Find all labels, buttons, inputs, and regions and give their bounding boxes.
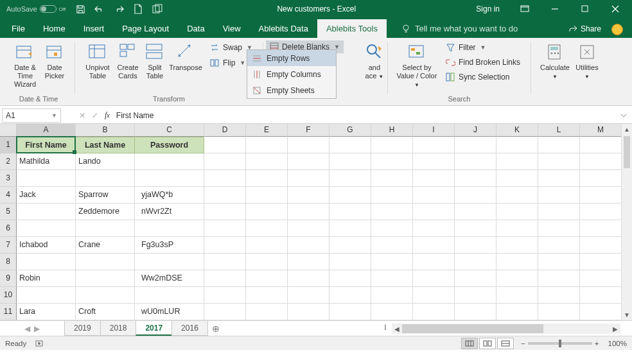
select-by-value-button[interactable]: Select byValue / Color ▼ <box>394 40 439 91</box>
cell[interactable] <box>413 270 455 287</box>
cell[interactable] <box>135 170 204 187</box>
cell[interactable] <box>246 287 288 304</box>
cell[interactable] <box>455 170 496 187</box>
select-all-corner[interactable] <box>0 124 17 137</box>
date-time-wizard-button[interactable]: Date &Time Wizard <box>9 40 41 90</box>
zoom-in-icon[interactable]: + <box>595 340 599 347</box>
cell[interactable] <box>329 204 371 220</box>
column-header[interactable]: C <box>135 124 204 137</box>
undo-icon[interactable] <box>91 0 108 18</box>
cell[interactable] <box>371 287 413 304</box>
cell[interactable] <box>17 287 76 304</box>
column-header[interactable]: A <box>17 124 76 137</box>
cell[interactable]: wU0mLUR <box>135 304 204 320</box>
row-header[interactable]: 3 <box>0 170 17 187</box>
maximize-icon[interactable] <box>570 0 599 18</box>
cell[interactable]: Ww2mDSE <box>135 270 204 287</box>
cell[interactable]: Zeddemore <box>76 204 135 220</box>
cell[interactable] <box>329 153 371 170</box>
cell[interactable] <box>371 237 413 254</box>
zoom-slider[interactable] <box>528 342 592 345</box>
cell[interactable] <box>204 153 246 170</box>
cell[interactable] <box>455 287 496 304</box>
menu-tab-home[interactable]: Home <box>34 19 75 38</box>
scroll-thumb[interactable] <box>624 136 630 168</box>
cell[interactable] <box>580 170 622 187</box>
redo-icon[interactable] <box>110 0 127 18</box>
row-header[interactable]: 7 <box>0 237 17 254</box>
cell[interactable]: Lara <box>17 304 76 320</box>
cell[interactable] <box>204 137 246 153</box>
cell[interactable] <box>413 137 455 153</box>
formula-input[interactable]: First Name <box>110 108 620 123</box>
cell[interactable] <box>455 304 496 320</box>
cell[interactable] <box>246 153 288 170</box>
cell[interactable] <box>76 170 135 187</box>
row-header[interactable]: 4 <box>0 187 17 204</box>
cell[interactable] <box>538 204 580 220</box>
column-header[interactable]: B <box>76 124 135 137</box>
share-button[interactable]: Share <box>562 20 608 38</box>
menu-tab-ablebits-tools[interactable]: Ablebits Tools <box>317 19 387 38</box>
cell[interactable] <box>538 270 580 287</box>
column-header[interactable]: F <box>288 124 329 137</box>
menu-empty-columns[interactable]: Empty Columns <box>247 66 336 82</box>
cell[interactable] <box>288 254 329 270</box>
enter-formula-icon[interactable]: ✓ <box>92 111 98 120</box>
view-page-layout-icon[interactable] <box>479 338 496 349</box>
zoom-control[interactable]: − + 100% <box>521 340 627 347</box>
cell[interactable] <box>246 170 288 187</box>
cell[interactable] <box>580 153 622 170</box>
menu-tab-view[interactable]: View <box>214 19 250 38</box>
cell[interactable] <box>288 237 329 254</box>
cell[interactable]: First Name <box>17 137 76 153</box>
cell[interactable] <box>17 170 76 187</box>
cell[interactable] <box>288 304 329 320</box>
cell[interactable] <box>538 170 580 187</box>
cell[interactable]: Croft <box>76 304 135 320</box>
view-page-break-icon[interactable] <box>497 338 514 349</box>
column-header[interactable]: K <box>496 124 538 137</box>
close-icon[interactable] <box>601 0 629 18</box>
cell[interactable] <box>455 204 496 220</box>
cell[interactable] <box>413 204 455 220</box>
cell[interactable] <box>580 287 622 304</box>
cell[interactable] <box>371 254 413 270</box>
cell[interactable] <box>496 204 538 220</box>
cell[interactable] <box>538 254 580 270</box>
cell[interactable] <box>17 220 76 237</box>
cell[interactable] <box>455 220 496 237</box>
column-header[interactable]: H <box>371 124 413 137</box>
row-header[interactable]: 11 <box>0 304 17 320</box>
cell[interactable] <box>204 170 246 187</box>
calculate-button[interactable]: Calculate▼ <box>538 40 572 82</box>
cell[interactable] <box>329 304 371 320</box>
cell[interactable] <box>246 187 288 204</box>
tell-me-search[interactable]: Tell me what you want to do <box>396 19 524 38</box>
cell[interactable] <box>288 170 329 187</box>
cell[interactable] <box>371 170 413 187</box>
cell[interactable] <box>246 270 288 287</box>
cell[interactable] <box>580 204 622 220</box>
cell[interactable] <box>288 220 329 237</box>
sync-selection-button[interactable]: Sync Selection <box>442 70 524 84</box>
cell[interactable] <box>413 220 455 237</box>
scroll-up-icon[interactable]: ▲ <box>622 124 632 135</box>
cell[interactable]: Sparrow <box>76 187 135 204</box>
cell[interactable] <box>135 287 204 304</box>
cell[interactable] <box>538 304 580 320</box>
transpose-button[interactable]: Transpose <box>168 40 204 82</box>
cell[interactable]: Jack <box>17 187 76 204</box>
column-header[interactable]: J <box>455 124 496 137</box>
cell[interactable] <box>496 287 538 304</box>
cell[interactable] <box>413 153 455 170</box>
quick-action-icon[interactable] <box>149 0 166 18</box>
row-header[interactable]: 5 <box>0 204 17 220</box>
sheet-tab[interactable]: 2019 <box>64 321 101 336</box>
cell[interactable] <box>413 170 455 187</box>
cell[interactable] <box>538 237 580 254</box>
cell[interactable] <box>496 237 538 254</box>
cell[interactable] <box>135 153 204 170</box>
vertical-scrollbar[interactable]: ▲ ▼ <box>621 124 632 320</box>
expand-formula-icon[interactable] <box>620 112 632 119</box>
